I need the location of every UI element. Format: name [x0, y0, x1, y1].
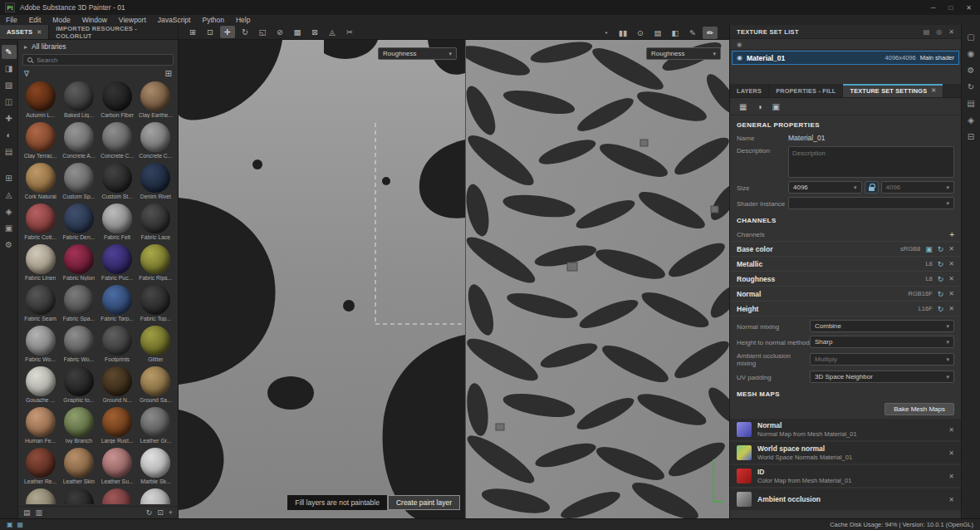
asset-item[interactable]: Concrete C... [137, 122, 174, 163]
menu-item[interactable]: Mode [47, 16, 76, 24]
close-icon[interactable]: ✕ [948, 449, 954, 457]
asset-item[interactable]: Fabric Linen [22, 244, 59, 285]
asset-item[interactable]: Fabric Felt [99, 204, 136, 244]
asset-item[interactable]: Fabric Lace [137, 204, 174, 244]
size-lock-button[interactable] [865, 181, 879, 194]
asset-item[interactable]: Clay Terrac... [22, 122, 59, 163]
quick-mask-toggle-icon[interactable]: ⊞ [2, 171, 17, 185]
tab-imported-resources[interactable]: IMPORTED RESOURCES - COLORLUT [49, 25, 179, 39]
channel-format[interactable]: L8 [925, 275, 932, 282]
thumbnail-view-icon[interactable]: ▥ [36, 508, 43, 517]
maximize-button[interactable]: □ [948, 4, 953, 12]
asset-item[interactable]: Leather Re... [22, 448, 59, 488]
channel-row[interactable]: Base color sRGB8 ▣ ↻ ✕ [730, 241, 961, 256]
menu-item[interactable]: Python [196, 16, 229, 24]
asset-item[interactable]: Cork Natural [22, 163, 59, 204]
asset-item[interactable]: Denim Rivet [137, 163, 174, 204]
asset-item[interactable]: Graphic to... [60, 366, 97, 407]
close-icon[interactable]: ✕ [948, 426, 954, 434]
resources-icon[interactable]: ◈ [968, 115, 974, 125]
quick-mask-icon[interactable]: ⊠ [307, 26, 322, 38]
grid-icon[interactable]: ▦ [290, 26, 305, 38]
gizmo-translate-icon[interactable]: ⊞ [185, 26, 200, 38]
brush-tool-icon[interactable]: ✏ [703, 27, 718, 39]
asset-item[interactable]: Fabric Rips... [137, 244, 174, 285]
scale-tool-icon[interactable]: ◱ [255, 26, 270, 38]
asset-item[interactable]: Fabric Puc... [99, 244, 136, 285]
texture-icon[interactable]: ▣ [925, 245, 933, 253]
menu-item[interactable]: Viewport [113, 16, 152, 24]
asset-item[interactable]: Marble Sk... [137, 448, 174, 488]
asset-item[interactable]: Concrete C... [99, 122, 136, 163]
menu-icon[interactable]: ▤ [924, 28, 930, 36]
asset-item[interactable]: Fabric Den... [60, 204, 97, 244]
asset-item[interactable]: Baked Lig... [60, 81, 97, 122]
shader-settings-icon[interactable]: ⚙ [968, 66, 975, 75]
screenshot-camera-icon[interactable]: ⊙ [633, 27, 648, 39]
asset-item[interactable]: Glitter [137, 326, 174, 366]
effects-icon[interactable]: ◈ [2, 204, 17, 218]
filter-funnel-icon[interactable]: ∇ [24, 70, 29, 78]
grid-settings-icon[interactable]: ▦ [739, 102, 747, 111]
description-field[interactable] [788, 146, 954, 178]
stamp-icon[interactable]: ▣ [772, 102, 780, 111]
move-tool-icon[interactable]: ✛ [220, 26, 235, 38]
asset-item[interactable]: Fabric Top... [137, 285, 174, 326]
reset-channel-icon[interactable]: ↻ [938, 245, 944, 253]
display-mode-icon[interactable]: ▤ [650, 27, 665, 39]
display-settings-icon[interactable]: ▢ [967, 32, 974, 42]
channel-format[interactable]: RGB16F [909, 290, 933, 297]
channel-selector-2d[interactable]: Roughness ▾ [646, 47, 721, 60]
minimize-button[interactable]: ─ [931, 4, 936, 12]
name-value[interactable]: Material_01 [788, 134, 825, 142]
asset-item[interactable] [99, 488, 136, 504]
asset-item[interactable]: Clay Earthe... [137, 81, 174, 122]
reset-channel-icon[interactable]: ↻ [938, 305, 944, 313]
shader-instance-dropdown[interactable]: ▾ [788, 197, 954, 209]
channel-row[interactable]: Height L16F ↻ ✕ [730, 301, 961, 316]
asset-item[interactable] [137, 488, 174, 504]
history-icon[interactable]: ↻ [968, 82, 974, 91]
asset-item[interactable]: Fabric Tarp... [99, 285, 136, 326]
channel-selector-3d[interactable]: Roughness ▾ [378, 47, 457, 60]
asset-item[interactable]: Carbon Fiber [99, 81, 136, 122]
pause-engine-icon[interactable]: ▮▮ [615, 27, 630, 39]
asset-item[interactable]: Ground N... [99, 366, 136, 407]
mesh-map-row[interactable]: Ambient occlusion ✕ [730, 488, 961, 510]
asset-item[interactable]: Concrete A... [60, 122, 97, 163]
material-picker-icon[interactable]: ▤ [2, 145, 17, 159]
physical-paint-icon[interactable]: ✎ [685, 27, 700, 39]
bake-mesh-maps-button[interactable]: Bake Mesh Maps [884, 403, 954, 415]
search-input[interactable] [37, 56, 169, 64]
asset-item[interactable]: Leather Su... [99, 448, 136, 488]
close-icon[interactable]: ✕ [948, 275, 954, 282]
grid-view-icon[interactable]: ⊞ [165, 69, 172, 78]
channel-row[interactable]: Normal RGB16F ↻ ✕ [730, 286, 961, 301]
script-status-icon[interactable]: ▦ [17, 521, 24, 528]
paint-tool-icon[interactable]: ✎ [2, 45, 17, 59]
reset-channel-icon[interactable]: ↻ [938, 290, 944, 298]
close-icon[interactable]: ✕ [931, 87, 936, 94]
path-tool-icon[interactable]: ◬ [2, 188, 17, 202]
asset-item[interactable]: Fabric Spa... [60, 285, 97, 326]
menu-item[interactable]: Window [76, 16, 113, 24]
uv-padding-dropdown[interactable]: 3D Space Neighbor ▾ [810, 371, 954, 383]
close-icon[interactable]: ✕ [948, 245, 954, 253]
mesh-map-row[interactable]: Normal Normal Map from Mesh Material_01 … [730, 419, 961, 440]
close-icon[interactable]: ✕ [948, 496, 954, 503]
projection-tool-icon[interactable]: ▨ [2, 78, 17, 92]
asset-item[interactable]: Gouache ... [22, 366, 59, 407]
channel-format[interactable]: sRGB8 [900, 245, 920, 253]
channel-format[interactable]: L16F [919, 305, 933, 312]
list-view-icon[interactable]: ▤ [23, 508, 31, 517]
asset-item[interactable]: Large Rust... [99, 407, 136, 448]
stencil-icon[interactable]: ◬ [325, 26, 340, 38]
close-icon[interactable]: ✕ [948, 28, 954, 36]
reset-channel-icon[interactable]: ↻ [938, 275, 944, 283]
asset-item[interactable]: Ivy Branch [60, 407, 97, 448]
tab-assets[interactable]: ASSETS ✕ [0, 25, 49, 39]
create-paint-layer-button[interactable]: Create paint layer [388, 495, 460, 510]
asset-item[interactable]: Human Fe... [22, 407, 59, 448]
height-to-normal-dropdown[interactable]: Sharp ▾ [810, 336, 954, 348]
viewport-3d[interactable]: Roughness ▾ Fill layers are not paintabl… [179, 40, 465, 518]
